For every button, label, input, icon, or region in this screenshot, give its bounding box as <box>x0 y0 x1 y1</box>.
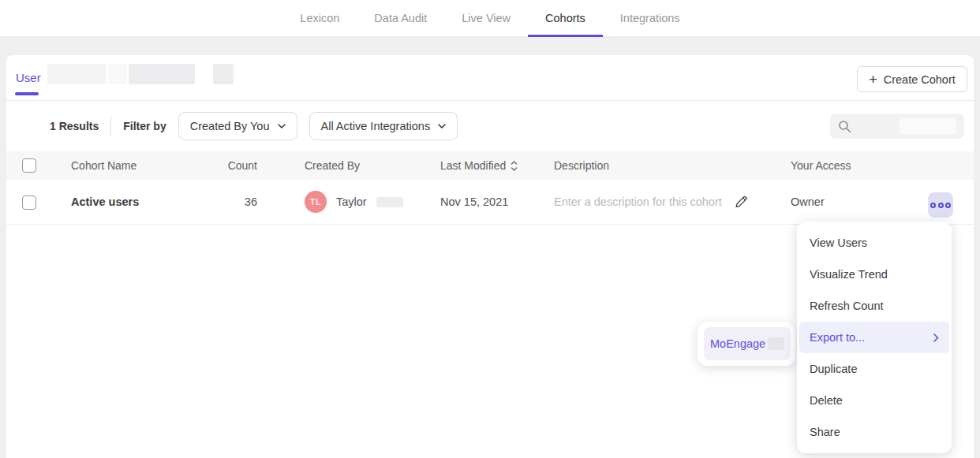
column-header-cohort-name: Cohort Name <box>71 159 137 172</box>
dot-icon <box>938 203 944 208</box>
filter-by-label: Filter by <box>123 120 166 132</box>
redacted-block <box>900 118 956 134</box>
column-header-last-modified[interactable]: Last Modified <box>440 159 518 172</box>
chevron-down-icon <box>438 124 446 128</box>
column-header-description: Description <box>554 159 609 172</box>
nav-tab-integrations[interactable]: Integrations <box>603 0 698 36</box>
select-all-checkbox[interactable] <box>22 158 36 173</box>
search-icon <box>838 120 851 133</box>
column-header-last-modified-label: Last Modified <box>440 159 506 172</box>
menu-item-export-to[interactable]: Export to... <box>799 322 949 353</box>
menu-item-refresh-count[interactable]: Refresh Count <box>797 290 952 322</box>
menu-item-delete[interactable]: Delete <box>797 385 952 416</box>
results-count: 1 Results <box>50 120 99 132</box>
active-tab-underline <box>15 92 39 95</box>
filter-bar: 1 Results Filter by Created By You All A… <box>50 112 458 140</box>
avatar: TL <box>305 191 327 213</box>
column-header-count: Count <box>188 159 257 172</box>
export-to-submenu: MoEngage <box>698 322 795 366</box>
redacted-block <box>376 197 403 207</box>
nav-tab-cohorts[interactable]: Cohorts <box>528 0 603 36</box>
submenu-item-moengage[interactable]: MoEngage <box>704 327 791 360</box>
redacted-block <box>213 64 234 84</box>
sort-icon[interactable] <box>511 161 518 171</box>
redacted-block <box>47 64 107 84</box>
redacted-block <box>129 64 195 84</box>
table-row: Active users 36 TL Taylor Nov 15, 2021 E… <box>6 180 974 225</box>
chevron-down-icon <box>278 124 286 128</box>
submenu-item-moengage-label: MoEngage <box>710 337 765 350</box>
creator-name: Taylor <box>336 195 367 208</box>
menu-item-view-users[interactable]: View Users <box>797 227 952 259</box>
top-nav: Lexicon Data Audit Live View Cohorts Int… <box>0 0 980 37</box>
menu-item-share[interactable]: Share <box>797 416 952 448</box>
redacted-block <box>108 64 127 84</box>
integrations-dropdown-label: All Active Integrations <box>321 120 431 132</box>
table-header-row: Cohort Name Count Created By Last Modifi… <box>6 151 974 180</box>
tab-user-cohorts[interactable]: User <box>16 71 41 84</box>
last-modified-date: Nov 15, 2021 <box>440 195 508 208</box>
nav-tab-live-view[interactable]: Live View <box>444 0 528 36</box>
divider <box>110 117 111 136</box>
row-checkbox[interactable] <box>22 195 36 210</box>
divider <box>6 100 974 101</box>
menu-item-visualize-trend[interactable]: Visualize Trend <box>797 259 952 290</box>
search-input[interactable] <box>830 114 964 139</box>
create-cohort-label: Create Cohort <box>884 73 956 86</box>
integrations-dropdown[interactable]: All Active Integrations <box>309 112 458 140</box>
nav-tab-lexicon[interactable]: Lexicon <box>282 0 357 36</box>
nav-tab-data-audit[interactable]: Data Audit <box>357 0 444 36</box>
created-by-dropdown-label: Created By You <box>190 120 270 132</box>
created-by-dropdown[interactable]: Created By You <box>178 112 297 140</box>
created-by-cell: TL Taylor <box>305 191 403 213</box>
redacted-block <box>768 337 784 350</box>
menu-item-duplicate[interactable]: Duplicate <box>797 353 952 385</box>
pencil-icon[interactable] <box>734 195 749 210</box>
create-cohort-button[interactable]: + Create Cohort <box>857 66 967 92</box>
cohort-count: 36 <box>188 195 257 208</box>
row-actions-menu-button[interactable] <box>928 192 953 218</box>
description-input[interactable]: Enter a description for this cohort <box>554 195 722 208</box>
dot-icon <box>945 203 951 208</box>
row-actions-context-menu: View Users Visualize Trend Refresh Count… <box>797 222 952 453</box>
plus-icon: + <box>869 73 877 87</box>
access-level: Owner <box>791 195 825 208</box>
column-header-created-by: Created By <box>305 159 360 172</box>
cohort-name-link[interactable]: Active users <box>71 195 139 208</box>
chevron-right-icon <box>933 333 939 342</box>
dot-icon <box>930 203 936 208</box>
menu-item-export-to-label: Export to... <box>810 331 865 344</box>
column-header-your-access: Your Access <box>791 159 851 172</box>
